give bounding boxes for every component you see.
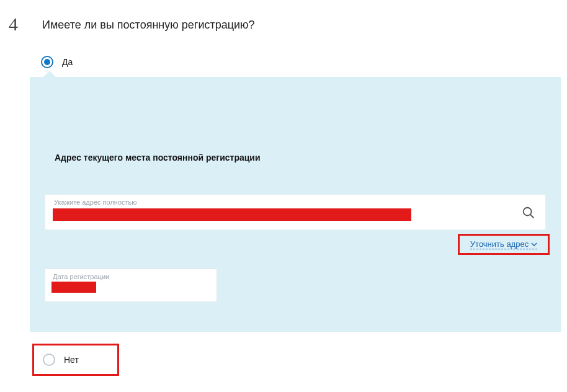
- radio-no[interactable]: Нет: [43, 354, 79, 366]
- date-placeholder: Дата регистрации: [53, 273, 109, 280]
- radio-circle-icon: [41, 56, 53, 68]
- radio-yes[interactable]: Да: [41, 56, 73, 68]
- search-icon[interactable]: [522, 206, 535, 220]
- svg-line-1: [530, 215, 534, 218]
- address-placeholder: Укажите адрес полностью: [54, 198, 137, 206]
- refine-address-link[interactable]: Уточнить адрес: [470, 239, 537, 249]
- address-value-redacted: [53, 208, 411, 221]
- registration-date-input[interactable]: Дата регистрации: [45, 269, 217, 302]
- refine-link-text: Уточнить адрес: [470, 239, 529, 249]
- chevron-down-icon: [531, 241, 537, 247]
- radio-circle-icon: [43, 354, 55, 366]
- radio-no-label: Нет: [64, 355, 79, 365]
- yes-panel: Адрес текущего места постоянной регистра…: [30, 77, 561, 332]
- radio-dot-icon: [44, 59, 50, 65]
- radio-yes-label: Да: [62, 57, 73, 67]
- svg-point-0: [524, 208, 532, 216]
- radio-no-highlight: Нет: [32, 344, 119, 376]
- step-number: 4: [9, 14, 18, 35]
- refine-address-highlight: Уточнить адрес: [458, 234, 550, 255]
- question-title: Имеете ли вы постоянную регистрацию?: [42, 19, 255, 32]
- panel-heading: Адрес текущего места постоянной регистра…: [55, 153, 261, 163]
- address-input[interactable]: Укажите адрес полностью: [45, 194, 546, 230]
- date-value-redacted: [51, 282, 96, 293]
